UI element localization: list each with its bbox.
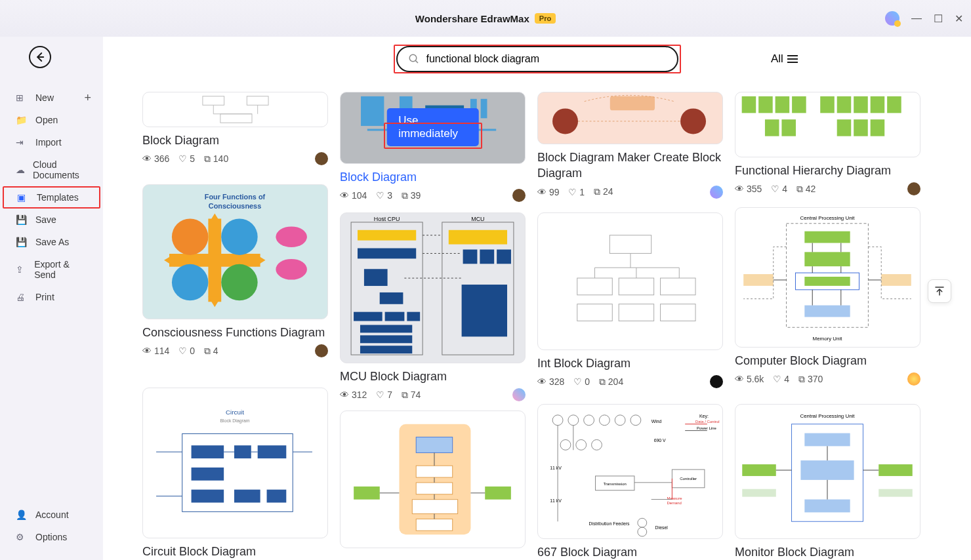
author-avatar[interactable] xyxy=(315,152,328,165)
svg-rect-61 xyxy=(577,304,612,321)
author-avatar[interactable] xyxy=(710,375,723,388)
author-avatar[interactable] xyxy=(907,372,920,386)
diagram-preview-icon: Central Processing Unit xyxy=(735,405,920,538)
sidebar-item-label: Open xyxy=(35,115,58,125)
svg-rect-56 xyxy=(360,346,412,353)
svg-rect-121 xyxy=(800,460,854,480)
sidebar-item-label: Cloud Documents xyxy=(33,159,87,180)
template-card-hovered[interactable]: Use immediately Block Diagram 👁 104 ♡ 3 … xyxy=(340,92,526,202)
svg-rect-88 xyxy=(412,500,457,514)
user-avatar-icon[interactable] xyxy=(885,11,899,26)
svg-rect-19 xyxy=(871,96,885,113)
svg-point-95 xyxy=(599,415,609,426)
diagram-preview-icon: Circuit Block Diagram xyxy=(143,388,327,538)
svg-point-9 xyxy=(552,108,578,134)
svg-rect-67 xyxy=(804,252,850,266)
sidebar: ⊞ New + 📁 Open ⇥ Import ☁ Cloud Document… xyxy=(0,37,103,560)
svg-text:Key:: Key: xyxy=(699,414,709,419)
author-avatar[interactable] xyxy=(512,388,526,401)
svg-rect-126 xyxy=(878,489,912,497)
author-avatar[interactable] xyxy=(315,344,328,357)
card-title: Circuit Block Diagram xyxy=(142,544,328,559)
sidebar-item-account[interactable]: 👤 Account xyxy=(0,504,103,526)
author-avatar[interactable] xyxy=(710,186,723,199)
card-stats: 👁 355 ♡ 4 ⧉ 42 xyxy=(735,182,920,195)
template-thumb xyxy=(142,92,328,127)
svg-point-116 xyxy=(638,527,647,536)
card-stats: 👁 104 ♡ 3 ⧉ 39 xyxy=(340,189,526,202)
template-card[interactable]: Circuit Block Diagram Circuit Block Diag… xyxy=(142,388,328,559)
minimize-icon[interactable]: — xyxy=(911,12,922,24)
author-avatar[interactable] xyxy=(512,189,526,202)
svg-rect-23 xyxy=(837,119,852,136)
svg-rect-59 xyxy=(619,278,653,295)
card-title: Block Diagram xyxy=(142,132,328,148)
svg-text:Consciousness: Consciousness xyxy=(209,202,261,210)
template-card[interactable]: Four Functions of Consciousness Consciou… xyxy=(142,184,328,357)
sidebar-item-options[interactable]: ⚙ Options xyxy=(0,526,103,548)
template-thumb xyxy=(537,92,723,144)
svg-rect-13 xyxy=(758,96,773,113)
template-card[interactable]: Int Block Diagram 👁 328 ♡ 0 ⧉ 204 xyxy=(537,212,723,388)
template-thumb: Use immediately xyxy=(340,92,526,164)
svg-text:Transmission: Transmission xyxy=(604,482,627,486)
svg-rect-80 xyxy=(192,468,224,481)
svg-rect-81 xyxy=(192,490,224,503)
save-as-icon: 💾 xyxy=(16,237,28,247)
sidebar-item-templates[interactable]: ▣ Templates xyxy=(3,186,100,209)
svg-text:Central Processing Unit: Central Processing Unit xyxy=(800,413,855,419)
template-card[interactable]: Block Diagram 👁 366 ♡ 5 ⧉ 140 xyxy=(142,92,328,165)
template-card[interactable]: Functional Hierarchy Diagram 👁 355 ♡ 4 ⧉… xyxy=(735,92,920,195)
author-avatar[interactable] xyxy=(907,182,920,195)
card-title: MCU Block Diagram xyxy=(340,369,526,384)
sidebar-item-print[interactable]: 🖨 Print xyxy=(0,286,103,308)
print-icon: 🖨 xyxy=(16,292,28,302)
diagram-preview-icon xyxy=(341,411,525,548)
svg-rect-46 xyxy=(480,250,494,264)
card-stats: 👁 312 ♡ 7 ⧉ 74 xyxy=(340,388,526,401)
diagram-preview-icon xyxy=(735,92,920,157)
template-card[interactable] xyxy=(340,410,526,548)
back-button[interactable] xyxy=(29,46,51,68)
scroll-top-button[interactable] xyxy=(928,279,951,303)
svg-rect-11 xyxy=(610,96,655,110)
copy-icon: ⧉ 74 xyxy=(402,390,421,401)
sidebar-item-cloud[interactable]: ☁ Cloud Documents xyxy=(0,153,103,186)
heart-icon: ♡ 4 xyxy=(771,184,787,194)
template-card[interactable]: Wind Key: Data / Control Power Line 690 … xyxy=(537,404,723,560)
copy-icon: ⧉ 370 xyxy=(798,374,823,385)
svg-rect-79 xyxy=(258,445,287,458)
use-immediately-button[interactable]: Use immediately xyxy=(386,108,479,146)
eye-icon: 👁 366 xyxy=(142,153,169,164)
svg-text:Memory Unit: Memory Unit xyxy=(813,336,843,342)
svg-point-10 xyxy=(680,108,706,134)
svg-point-115 xyxy=(638,518,647,527)
sidebar-item-export[interactable]: ⇪ Export & Send xyxy=(0,253,103,286)
plus-icon[interactable]: + xyxy=(84,91,91,105)
sidebar-item-open[interactable]: 📁 Open xyxy=(0,109,103,131)
sidebar-item-save[interactable]: 💾 Save xyxy=(0,209,103,231)
close-icon[interactable]: ✕ xyxy=(955,12,963,25)
window-controls: — ☐ ✕ xyxy=(885,0,963,37)
svg-rect-85 xyxy=(416,437,452,453)
template-card[interactable]: Host CPUMCU MCU Block Diagram 👁 312 ♡ 7 … xyxy=(340,212,526,401)
eye-icon: 👁 5.6k xyxy=(735,374,764,384)
svg-rect-87 xyxy=(416,483,452,494)
sidebar-item-import[interactable]: ⇥ Import xyxy=(0,131,103,153)
card-title: Monitor Block Diagram xyxy=(735,544,920,560)
svg-rect-69 xyxy=(804,277,850,286)
arrow-up-icon xyxy=(934,285,945,297)
maximize-icon[interactable]: ☐ xyxy=(934,12,943,25)
export-icon: ⇪ xyxy=(16,264,26,275)
card-title: Int Block Diagram xyxy=(537,355,723,371)
svg-rect-54 xyxy=(360,325,412,333)
template-card[interactable]: Central Processing Unit Monitor Block Di… xyxy=(735,404,920,560)
sidebar-item-new[interactable]: ⊞ New + xyxy=(0,87,103,109)
svg-text:Central Processing Unit: Central Processing Unit xyxy=(800,215,855,221)
sidebar-item-save-as[interactable]: 💾 Save As xyxy=(0,231,103,253)
template-card[interactable]: Block Diagram Maker Create Block Diagram… xyxy=(537,92,723,199)
app-title-wrap: Wondershare EdrawMax Pro xyxy=(415,13,556,24)
card-stats: 👁 114 ♡ 0 ⧉ 4 xyxy=(142,344,328,357)
template-card[interactable]: Central Processing Unit Memory Unit Comp… xyxy=(735,207,920,386)
import-icon: ⇥ xyxy=(16,137,28,148)
